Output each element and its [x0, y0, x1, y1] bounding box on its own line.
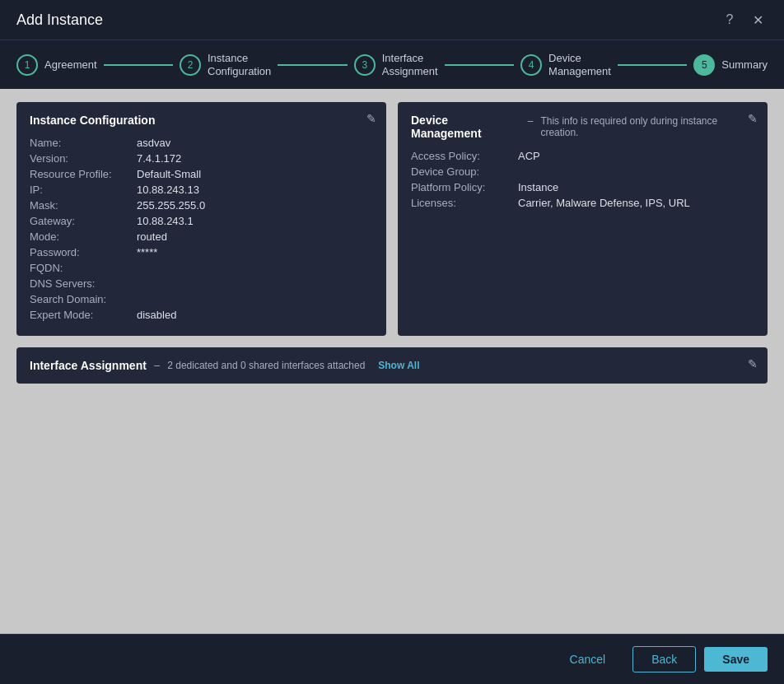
field-access-policy-value: ACP — [518, 150, 540, 162]
step-5: 5 Summary — [693, 54, 768, 76]
modal-title: Add Instance — [16, 12, 103, 29]
interface-assignment-title: Interface Assignment – 2 dedicated and 0… — [30, 359, 754, 372]
field-ip-value: 10.88.243.13 — [137, 184, 199, 196]
step-5-title: Summary — [721, 58, 768, 72]
step-1-title: Agreement — [44, 58, 97, 72]
field-password-value: ***** — [137, 246, 157, 258]
interface-assignment-panel: Interface Assignment – 2 dedicated and 0… — [16, 347, 768, 384]
footer: Cancel Back Save — [0, 634, 784, 684]
field-version-value: 7.4.1.172 — [137, 152, 181, 165]
instance-config-panel: Instance Configuration ✎ Name: asdvav Ve… — [16, 102, 386, 336]
step-5-circle: 5 — [693, 54, 715, 76]
field-password-label: Password: — [30, 246, 137, 258]
help-button[interactable]: ? — [720, 10, 740, 30]
show-all-link[interactable]: Show All — [378, 360, 419, 371]
field-licenses-value: Carrier, Malware Defense, IPS, URL — [518, 197, 690, 209]
step-3-circle: 3 — [354, 54, 376, 76]
step-4: 4 Device Management — [520, 52, 611, 77]
step-5-label: Summary — [721, 58, 768, 72]
device-management-panel: Device Management – This info is require… — [398, 102, 768, 336]
step-4-label: Device Management — [548, 52, 611, 77]
field-platform-policy-label: Platform Policy: — [411, 181, 518, 193]
connector-4-5 — [618, 64, 687, 66]
step-2-title2: Configuration — [208, 65, 271, 78]
device-management-title: Device Management – This info is require… — [411, 114, 754, 140]
device-management-edit-button[interactable]: ✎ — [748, 112, 758, 125]
interface-assignment-edit-button[interactable]: ✎ — [748, 357, 758, 370]
field-name: Name: asdvav — [30, 137, 373, 149]
field-mask: Mask: 255.255.255.0 — [30, 199, 373, 212]
field-name-value: asdvav — [137, 137, 170, 149]
field-gateway: Gateway: 10.88.243.1 — [30, 215, 373, 227]
instance-config-title-text: Instance Configuration — [30, 114, 155, 127]
field-access-policy: Access Policy: ACP — [411, 150, 754, 162]
field-expert-mode-value: disabled — [137, 309, 176, 321]
interface-assignment-title-text: Interface Assignment — [30, 359, 147, 372]
step-3-label: Interface Assignment — [382, 52, 438, 77]
close-button[interactable]: ✕ — [748, 10, 768, 30]
field-mask-value: 255.255.255.0 — [137, 199, 205, 212]
back-button[interactable]: Back — [632, 646, 696, 672]
field-resource-profile-value: Default-Small — [137, 168, 201, 180]
field-expert-mode-label: Expert Mode: — [30, 309, 137, 321]
field-expert-mode: Expert Mode: disabled — [30, 309, 373, 321]
step-3: 3 Interface Assignment — [354, 52, 438, 77]
step-3-title1: Interface — [382, 52, 438, 65]
field-device-group-label: Device Group: — [411, 165, 518, 178]
field-dns: DNS Servers: — [30, 277, 373, 290]
connector-2-3 — [278, 64, 347, 66]
save-button[interactable]: Save — [704, 647, 768, 672]
step-4-circle: 4 — [520, 54, 542, 76]
field-search-domain: Search Domain: — [30, 293, 373, 305]
step-2: 2 Instance Configuration — [180, 52, 271, 77]
field-fqdn-label: FQDN: — [30, 262, 137, 274]
field-licenses: Licenses: Carrier, Malware Defense, IPS,… — [411, 197, 754, 209]
device-management-title-text: Device Management — [411, 114, 520, 140]
field-ip-label: IP: — [30, 184, 137, 196]
field-gateway-value: 10.88.243.1 — [137, 215, 194, 227]
field-version-label: Version: — [30, 152, 137, 165]
step-4-title2: Management — [548, 65, 611, 78]
field-resource-profile-label: Resource Profile: — [30, 168, 137, 180]
add-instance-modal: Add Instance ? ✕ 1 Agreement 2 Instance … — [0, 0, 784, 684]
interface-assignment-subtitle: 2 dedicated and 0 shared interfaces atta… — [167, 360, 365, 371]
stepper: 1 Agreement 2 Instance Configuration 3 I… — [0, 40, 784, 89]
connector-3-4 — [445, 64, 514, 66]
top-row: Instance Configuration ✎ Name: asdvav Ve… — [16, 102, 768, 336]
field-search-domain-label: Search Domain: — [30, 293, 137, 305]
field-resource-profile: Resource Profile: Default-Small — [30, 168, 373, 180]
field-mode-value: routed — [137, 230, 167, 243]
field-licenses-label: Licenses: — [411, 197, 518, 209]
step-2-title1: Instance — [208, 52, 271, 65]
instance-config-edit-button[interactable]: ✎ — [366, 112, 376, 125]
step-2-circle: 2 — [180, 54, 201, 76]
field-ip: IP: 10.88.243.13 — [30, 184, 373, 196]
field-dns-label: DNS Servers: — [30, 277, 137, 290]
field-device-group: Device Group: — [411, 165, 754, 178]
field-password: Password: ***** — [30, 246, 373, 258]
field-access-policy-label: Access Policy: — [411, 150, 518, 162]
step-2-label: Instance Configuration — [208, 52, 271, 77]
field-platform-policy-value: Instance — [518, 181, 558, 193]
step-1: 1 Agreement — [16, 54, 97, 76]
content-area: Instance Configuration ✎ Name: asdvav Ve… — [0, 89, 784, 634]
field-mask-label: Mask: — [30, 199, 137, 212]
field-platform-policy: Platform Policy: Instance — [411, 181, 754, 193]
cancel-button[interactable]: Cancel — [551, 646, 625, 672]
field-version: Version: 7.4.1.172 — [30, 152, 373, 165]
field-mode: Mode: routed — [30, 230, 373, 243]
step-3-title2: Assignment — [382, 65, 438, 78]
connector-1-2 — [104, 64, 173, 66]
field-fqdn: FQDN: — [30, 262, 373, 274]
modal-header: Add Instance ? ✕ — [0, 0, 784, 40]
step-4-title1: Device — [548, 52, 611, 65]
header-icons: ? ✕ — [720, 10, 768, 30]
field-gateway-label: Gateway: — [30, 215, 137, 227]
step-1-circle: 1 — [16, 54, 38, 76]
field-mode-label: Mode: — [30, 230, 137, 243]
instance-config-title: Instance Configuration — [30, 114, 373, 127]
step-1-label: Agreement — [44, 58, 97, 72]
device-management-subtitle: This info is required only during instan… — [540, 115, 754, 138]
field-name-label: Name: — [30, 137, 137, 149]
